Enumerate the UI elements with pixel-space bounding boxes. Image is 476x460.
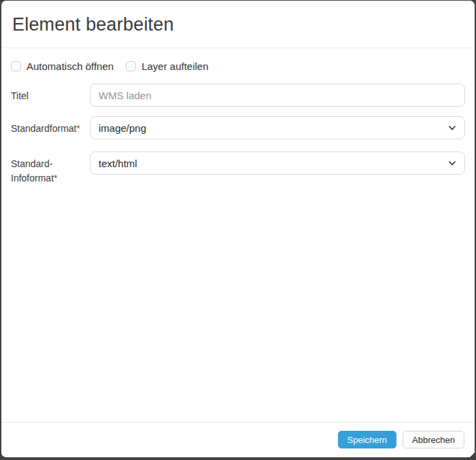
dark-backdrop: Element bearbeiten Automatisch öffnen La… [0, 0, 476, 460]
dialog-title: Element bearbeiten [12, 12, 464, 37]
titel-input[interactable] [90, 84, 465, 107]
edit-element-dialog: Element bearbeiten Automatisch öffnen La… [1, 1, 475, 457]
titel-label: Titel [11, 84, 90, 103]
standardformat-select[interactable]: image/png [90, 116, 465, 139]
standard-infoformat-label: Standard-Infoformat* [11, 152, 90, 185]
titel-control [90, 84, 465, 107]
standardformat-label-text: Standardformat [11, 123, 77, 134]
auto-open-label: Automatisch öffnen [27, 60, 114, 72]
dialog-footer: Speichern Abbrechen [1, 422, 475, 457]
required-asterisk: * [77, 123, 80, 134]
split-layer-option[interactable]: Layer aufteilen [126, 60, 208, 72]
save-button[interactable]: Speichern [338, 431, 397, 448]
checkbox-row: Automatisch öffnen Layer aufteilen [11, 60, 465, 72]
chevron-down-icon [447, 158, 458, 169]
dialog-header: Element bearbeiten [1, 1, 475, 48]
split-layer-label: Layer aufteilen [141, 60, 208, 72]
cancel-button[interactable]: Abbrechen [403, 431, 464, 448]
auto-open-option[interactable]: Automatisch öffnen [11, 60, 114, 72]
standard-infoformat-control: text/html [90, 152, 465, 175]
standard-infoformat-label-text: Standard-Infoformat [11, 158, 54, 183]
standard-infoformat-row: Standard-Infoformat* text/html [11, 152, 465, 185]
standard-infoformat-value: text/html [99, 158, 137, 169]
standardformat-control: image/png [90, 116, 465, 139]
resize-handle[interactable] [467, 451, 476, 460]
split-layer-checkbox[interactable] [126, 61, 136, 71]
titel-row: Titel [11, 84, 465, 107]
dialog-body: Automatisch öffnen Layer aufteilen Titel… [1, 48, 475, 422]
auto-open-checkbox[interactable] [11, 61, 21, 71]
standard-infoformat-select[interactable]: text/html [90, 152, 465, 175]
required-asterisk: * [54, 173, 57, 183]
chevron-down-icon [447, 122, 458, 133]
standardformat-label: Standardformat* [11, 116, 90, 136]
standardformat-value: image/png [99, 122, 146, 134]
standardformat-row: Standardformat* image/png [11, 116, 465, 139]
